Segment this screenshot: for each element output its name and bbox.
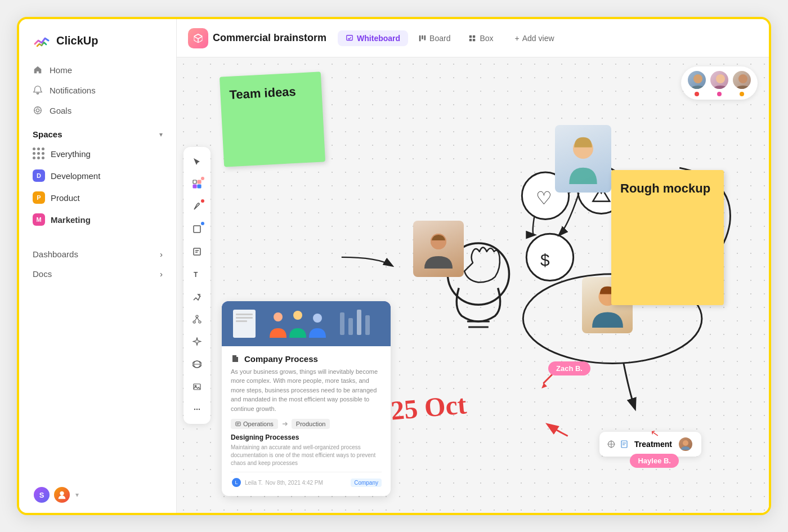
- svg-rect-56: [236, 314, 253, 315]
- box-tab-icon: [468, 34, 476, 42]
- doc-footer: L Leila T. Nov 8th, 2021 4:42 PM Company: [231, 472, 382, 488]
- toolbar-connector-btn[interactable]: [187, 287, 207, 307]
- note-icon: [192, 247, 202, 256]
- doc-card-tags: Operations Production: [231, 419, 382, 429]
- svg-text:T: T: [194, 271, 198, 279]
- doc-section-title: Designing Processes: [231, 433, 382, 441]
- svg-point-53: [738, 74, 747, 83]
- nav-notifications-label: Notifications: [50, 86, 96, 95]
- svg-rect-12: [193, 180, 196, 184]
- tab-box-label: Box: [480, 34, 493, 43]
- project-title: Commercial brainstorm: [213, 32, 326, 44]
- svg-rect-4: [347, 35, 353, 40]
- doc-tag-2-text: Production: [296, 421, 326, 427]
- cube-icon: [192, 33, 204, 44]
- whiteboard-canvas[interactable]: T: [177, 57, 769, 513]
- toolbar-image-btn[interactable]: [187, 377, 207, 397]
- tab-box[interactable]: Box: [460, 30, 501, 46]
- toolbar-globe-btn[interactable]: [187, 354, 207, 374]
- marketing-badge: M: [33, 213, 45, 226]
- space-item-product[interactable]: P Product: [26, 187, 169, 208]
- move-icon: [607, 440, 615, 448]
- goals-icon: [33, 105, 43, 115]
- user-avatars[interactable]: S ▾: [33, 486, 79, 504]
- svg-point-60: [293, 311, 302, 320]
- svg-point-2: [36, 109, 39, 111]
- pen-dot: [201, 199, 204, 203]
- nav-item-goals[interactable]: Goals: [26, 100, 169, 120]
- toolbar-shape-btn[interactable]: [187, 219, 207, 239]
- doc-date-text: Nov 8th, 2021 4:42 PM: [266, 480, 323, 486]
- sticky-note-green[interactable]: Team ideas: [220, 71, 325, 167]
- doc-badge: Company: [351, 479, 382, 487]
- arrow-right-icon: [281, 421, 288, 427]
- zach-name-text: Zach B.: [556, 364, 583, 373]
- avatar-person-icon: [57, 490, 67, 500]
- add-view-button[interactable]: + Add view: [508, 30, 561, 46]
- svg-rect-69: [621, 441, 627, 448]
- tab-board-label: Board: [429, 34, 450, 43]
- toolbar-palette-btn[interactable]: [187, 174, 207, 194]
- toolbar-note-btn[interactable]: [187, 242, 207, 262]
- svg-rect-64: [357, 310, 361, 335]
- oct25-content: 25 Oct: [389, 389, 468, 426]
- svg-point-1: [34, 107, 42, 114]
- tab-board[interactable]: Board: [410, 30, 458, 46]
- svg-rect-6: [422, 35, 423, 39]
- svg-point-25: [194, 408, 195, 409]
- sticky-note-yellow[interactable]: Rough mockup: [611, 170, 724, 305]
- docs-chevron: ›: [160, 269, 163, 279]
- connector-icon: [192, 292, 202, 301]
- tab-whiteboard-label: Whiteboard: [357, 34, 400, 43]
- doc-tag-1-text: Operations: [243, 421, 274, 427]
- development-badge: D: [33, 169, 45, 182]
- sidebar-footer: S ▾: [19, 477, 176, 513]
- treatment-avatar-face: [680, 439, 691, 450]
- nav-section: Home Notifications Goals: [19, 60, 176, 120]
- avatar1-face: [688, 71, 707, 90]
- view-tabs: Whiteboard Board Box: [338, 30, 501, 46]
- space-marketing-label: Marketing: [51, 215, 91, 225]
- doc-icon: [231, 354, 240, 363]
- svg-rect-8: [469, 35, 472, 37]
- svg-rect-57: [236, 317, 253, 319]
- dashboards-item[interactable]: Dashboards ›: [26, 244, 169, 264]
- svg-text:♡: ♡: [536, 188, 552, 208]
- space-item-everything[interactable]: Everything: [26, 143, 169, 164]
- nav-goals-label: Goals: [50, 106, 71, 115]
- everything-grid-icon: [33, 147, 45, 160]
- svg-rect-66: [236, 422, 240, 426]
- add-view-plus: +: [515, 34, 520, 43]
- logo[interactable]: ClickUp: [19, 19, 176, 60]
- spaces-header[interactable]: Spaces ▾: [33, 129, 163, 139]
- collab-user-3: [732, 70, 752, 96]
- person1-silhouette: [419, 229, 458, 269]
- svg-rect-11: [473, 38, 475, 41]
- collab-dot-3: [740, 92, 744, 96]
- toolbar-text-btn[interactable]: T: [187, 264, 207, 284]
- toolbar-share-btn[interactable]: [187, 309, 207, 329]
- home-icon: [33, 65, 43, 75]
- person2-silhouette: [561, 133, 606, 184]
- nav-item-home[interactable]: Home: [26, 60, 169, 80]
- svg-rect-65: [365, 315, 370, 335]
- docs-item[interactable]: Docs ›: [26, 264, 169, 284]
- toolbar-sparkle-btn[interactable]: [187, 332, 207, 352]
- spaces-title: Spaces: [33, 129, 62, 139]
- svg-rect-14: [193, 185, 196, 188]
- nav-item-notifications[interactable]: Notifications: [26, 80, 169, 100]
- doc-card-banner: [222, 301, 391, 346]
- tab-whiteboard[interactable]: Whiteboard: [338, 30, 408, 46]
- spaces-list: Everything D Development P Product M Mar…: [19, 142, 176, 231]
- space-item-marketing[interactable]: M Marketing: [26, 209, 169, 230]
- doc-card[interactable]: Company Process As your business grows, …: [222, 301, 391, 497]
- cursor-pointer: ↖: [650, 427, 660, 440]
- user-dropdown-icon[interactable]: ▾: [75, 491, 79, 499]
- haylee-name-text: Haylee B.: [638, 457, 671, 465]
- toolbar-cursor-btn[interactable]: [187, 151, 207, 172]
- list-icon: [235, 421, 241, 427]
- toolbar-pen-btn[interactable]: [187, 196, 207, 217]
- space-everything-label: Everything: [51, 149, 91, 159]
- space-item-development[interactable]: D Development: [26, 165, 169, 186]
- toolbar-more-btn[interactable]: [187, 399, 207, 419]
